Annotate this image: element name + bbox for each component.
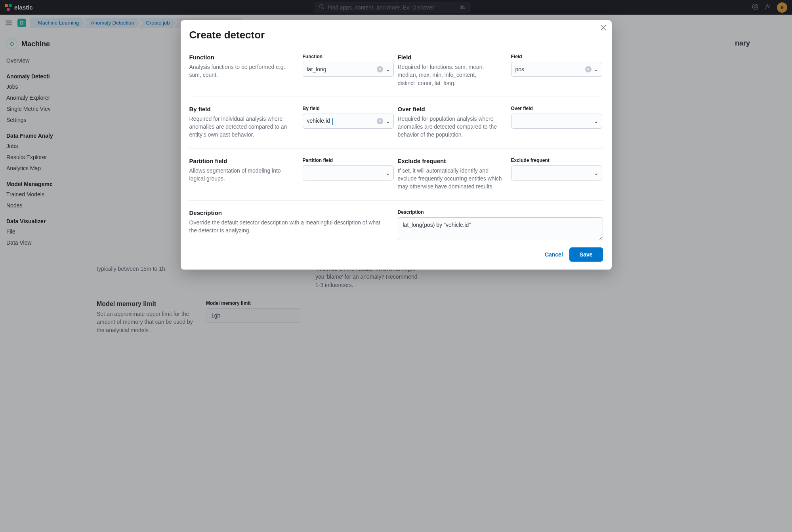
function-desc: Analysis functions to be performed e.g. … [189,63,299,79]
byfield-combobox[interactable]: vehicle.id ✕ ⌄ [303,114,394,129]
description-textarea[interactable] [398,217,603,240]
save-button[interactable]: Save [569,247,603,262]
exclude-label: Exclude frequent [511,158,602,163]
field-heading: Field [398,54,507,61]
overfield-desc: Required for population analysis where a… [398,115,507,139]
modal-title: Create detector [189,29,603,41]
chevron-down-icon: ⌄ [386,170,390,176]
chevron-down-icon: ⌄ [594,118,599,124]
description-label: Description [398,209,603,215]
chevron-down-icon: ⌄ [594,66,599,72]
chevron-down-icon: ⌄ [594,170,599,176]
partition-combobox[interactable]: ⌄ [303,165,394,180]
exclude-heading: Exclude frequent [398,158,507,164]
field-desc: Required for functions: sum, mean, media… [398,63,507,87]
function-combobox[interactable]: lat_long ✕ ⌄ [303,62,394,77]
overfield-heading: Over field [398,106,507,112]
byfield-value: vehicle.id [307,118,333,124]
byfield-heading: By field [189,106,299,112]
field-value: pos [515,66,525,72]
field-combobox[interactable]: pos ✕ ⌄ [511,62,602,77]
chevron-down-icon: ⌄ [386,66,390,72]
exclude-desc: If set, it will automatically identify a… [398,167,507,191]
chevron-down-icon: ⌄ [386,118,390,124]
partition-label: Partition field [303,158,394,163]
clear-icon[interactable]: ✕ [585,66,592,72]
function-heading: Function [189,54,299,61]
create-detector-modal: Create detector Function Analysis functi… [181,20,612,270]
cancel-button[interactable]: Cancel [545,251,563,258]
close-icon[interactable] [601,25,606,32]
partition-desc: Allows segmentation of modeling into log… [189,167,299,183]
partition-heading: Partition field [189,158,299,164]
function-value: lat_long [307,66,326,72]
byfield-label: By field [303,106,394,111]
clear-icon[interactable]: ✕ [377,66,383,72]
byfield-desc: Required for individual analysis where a… [189,115,299,139]
modal-footer: Cancel Save [181,242,612,270]
overfield-label: Over field [511,106,602,111]
description-desc: Override the default detector descriptio… [189,218,387,235]
overfield-combobox[interactable]: ⌄ [511,114,602,129]
function-label: Function [303,54,394,59]
modal-overlay[interactable]: Create detector Function Analysis functi… [0,0,792,532]
field-label: Field [511,54,602,59]
description-heading: Description [189,209,394,216]
clear-icon[interactable]: ✕ [377,118,383,124]
exclude-combobox[interactable]: ⌄ [511,165,602,180]
